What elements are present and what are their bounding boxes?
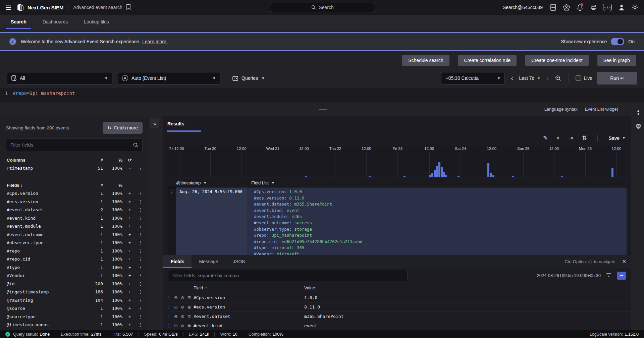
messages-icon[interactable] [590,4,597,11]
row-menu-icon[interactable]: ⋮ [137,265,144,270]
queries-menu[interactable]: Queries ▼ [228,72,269,84]
histogram-bar[interactable] [305,176,307,177]
time-back-button[interactable]: ‹ [509,75,514,82]
add-column-icon[interactable]: + [122,314,137,319]
schedule-search-button[interactable]: Schedule search [402,55,449,66]
refresh-columns-icon[interactable]: ⟳ [122,158,137,163]
field-format-icon[interactable]: ≣ [187,314,191,319]
histogram-bar[interactable] [458,176,460,177]
add-column-icon[interactable]: + [122,224,137,229]
row-menu-icon[interactable]: ⋮ [137,322,144,327]
jump-to-event-button[interactable]: ⇥ [617,272,626,280]
field-row[interactable]: #observer.type1100%+⋮ [0,239,149,247]
row-menu-icon[interactable]: ⋮ [137,281,144,286]
create-one-time-incident-button[interactable]: Create one-time incident [525,55,589,66]
tab-json[interactable]: JSON [225,255,253,268]
add-column-icon[interactable]: + [122,216,137,221]
row-menu-icon[interactable]: ⋮ [137,306,144,311]
histogram-bar[interactable] [429,175,431,177]
zoom-out-icon[interactable] [554,74,562,82]
histogram-bar[interactable] [404,176,406,177]
field-format-icon[interactable]: ≣ [187,295,191,300]
inspector-field-row[interactable]: ⋮⊖⊘≣#ecs.version8.11.0 [163,302,631,312]
learn-more-link[interactable]: Learn more. [142,39,167,44]
time-range-selector[interactable]: Last 7d ▼ [519,75,540,81]
timestamp-column-header[interactable]: @timestamp▼ [176,180,247,185]
exclude-field-icon[interactable]: ⊖ [174,304,178,309]
inspector-field-row[interactable]: ⋮⊖⊘≣#Cps.version1.0.0 [163,293,631,302]
add-column-icon[interactable]: + [122,232,137,237]
tab-search[interactable]: Search [4,15,33,29]
add-column-icon[interactable]: + [122,240,137,245]
results-tab[interactable]: Results [167,121,184,126]
row-menu-icon[interactable]: ⋮ [137,273,144,278]
theme-toggle-icon[interactable] [631,4,639,11]
save-menu[interactable]: Save ▼ [608,135,626,141]
global-search-input[interactable]: Search [270,3,375,12]
field-row[interactable]: #Vendor1100%+⋮ [0,272,149,280]
row-menu-icon[interactable]: ⋮ [137,166,144,171]
field-row[interactable]: #type1100%+⋮ [0,263,149,272]
api-console-icon[interactable]: </> [603,4,612,11]
histogram-bar[interactable] [434,170,436,177]
sort-down-icon[interactable]: ↓ [20,183,23,188]
negate-field-icon[interactable]: ⊘ [181,304,184,309]
field-row[interactable]: #Cps.version1100%+⋮ [0,189,149,198]
add-column-icon[interactable]: + [122,265,137,270]
histogram-bar[interactable] [487,163,489,177]
histogram-bar[interactable] [512,176,514,177]
exclude-field-icon[interactable]: ⊖ [174,314,178,319]
histogram-bar[interactable] [490,173,492,177]
row-menu-icon[interactable]: ⋮ [137,216,144,221]
inspector-field-row[interactable]: ⋮⊖⊘≣#event.datasetm365.SharePoint [163,312,631,321]
query-editor[interactable]: 1 #repo=3pi_mssharepoint [0,88,644,102]
tab-lookup-files[interactable]: Lookup files [77,15,116,29]
row-menu-icon[interactable]: ⋮ [167,295,171,300]
see-in-graph-button[interactable]: See in graph [597,55,636,66]
exclude-field-icon[interactable]: ⊖ [174,323,178,328]
histogram-bar[interactable] [611,168,613,177]
add-column-icon[interactable]: + [122,281,137,286]
fieldlist-column-header[interactable]: Field List▼ [247,180,627,185]
user-profile-icon[interactable] [618,4,625,11]
field-row[interactable]: @id200100%+⋮ [0,280,149,288]
column-row[interactable]: @timestamp51100%−⋮ [0,164,149,173]
row-menu-icon[interactable]: ⋮ [167,323,171,328]
add-column-icon[interactable]: + [122,248,137,253]
field-row[interactable]: #event.module1100%+⋮ [0,222,149,231]
field-row[interactable]: @source1100%+⋮ [0,304,149,313]
collapse-sidebar-button[interactable]: « [150,118,159,128]
add-column-icon[interactable]: + [122,273,137,278]
row-menu-icon[interactable]: ⋮ [137,257,144,262]
editor-resize-handle[interactable] [319,109,327,111]
field-format-icon[interactable]: ≣ [187,323,191,328]
histogram-bar[interactable] [431,173,433,177]
crosshair-icon[interactable]: ⌖ [556,135,560,142]
histogram-bar[interactable] [277,177,279,177]
menu-icon[interactable]: ☰ [5,3,11,11]
exclude-field-icon[interactable]: ⊖ [174,295,178,300]
field-row[interactable]: #repo.cid1100%+⋮ [0,255,149,264]
repository-selector[interactable]: All ▼ [7,72,112,84]
run-button[interactable]: Run ↵ [597,72,637,84]
inspector-field-row[interactable]: ⋮⊖⊘≣#event.kindevent [163,321,631,331]
fetch-more-button[interactable]: ↻ Fetch more [103,122,143,134]
add-column-icon[interactable]: + [122,289,137,294]
histogram-bar[interactable] [436,166,438,177]
new-experience-toggle[interactable] [611,38,624,45]
histogram-bar[interactable] [445,175,447,177]
add-column-icon[interactable]: + [122,207,137,212]
timezone-selector[interactable]: +05:30 Calcutta ▼ [441,72,505,84]
remove-column-icon[interactable]: − [122,166,137,171]
negate-field-icon[interactable]: ⊘ [181,314,184,319]
histogram-bar[interactable] [561,176,563,177]
event-list-widget-link[interactable]: Event List widget [585,107,618,112]
row-menu-icon[interactable]: ⋮ [137,298,144,303]
filter-fields-input[interactable]: Filter fields [6,138,143,151]
row-menu-icon[interactable]: ⋮ [137,248,144,253]
add-column-icon[interactable]: + [122,191,137,196]
close-icon[interactable]: ✕ [622,259,626,265]
live-checkbox[interactable]: Live [576,75,592,81]
row-menu-icon[interactable]: ⋮ [137,240,144,245]
filter-icon[interactable] [606,273,611,278]
